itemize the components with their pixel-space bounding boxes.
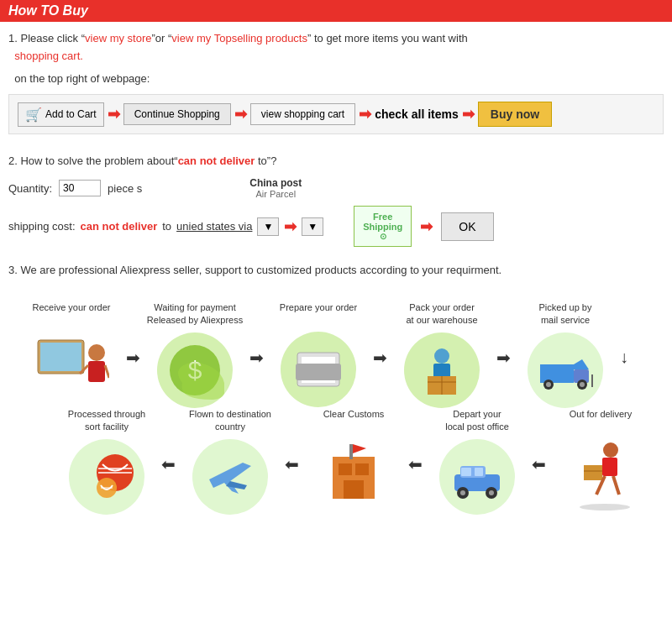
process-row2: Out for delivery ⬅ Depart bbox=[17, 408, 655, 515]
process-depart: Depart yourlocal post office bbox=[423, 408, 532, 515]
quantity-input[interactable] bbox=[59, 180, 101, 196]
piece-label: piece s bbox=[108, 182, 142, 195]
free-label: Free bbox=[363, 212, 402, 222]
svg-point-26 bbox=[603, 442, 618, 458]
svg-point-38 bbox=[489, 490, 494, 495]
shipping-label: shipping cost: bbox=[8, 220, 76, 233]
customs-icon bbox=[316, 438, 391, 514]
arrow-r2-4: ⬅ bbox=[161, 454, 176, 474]
arrow-r2-1: ⬅ bbox=[532, 454, 546, 474]
arrow-r2-3: ⬅ bbox=[285, 454, 299, 474]
process-pack: Pack your orderat our warehouse bbox=[387, 301, 496, 408]
step3-text: 3. We are professional Aliexpress seller… bbox=[8, 262, 664, 280]
process-payment: Waiting for paymentReleased by Aliexpres… bbox=[140, 301, 249, 408]
shopping-cart-link[interactable]: shopping cart. bbox=[14, 50, 83, 62]
continue-shopping-item: Continue Shopping bbox=[123, 103, 231, 125]
sort-label: Processed throughsort facility bbox=[68, 408, 145, 434]
pickup-icon bbox=[528, 332, 603, 408]
svg-marker-46 bbox=[353, 444, 366, 453]
add-to-cart-button[interactable]: 🛒 Add to Cart bbox=[18, 102, 104, 127]
arrow2: ➡ bbox=[234, 105, 247, 123]
svg-rect-42 bbox=[339, 463, 352, 475]
continue-shopping-button[interactable]: Continue Shopping bbox=[123, 103, 231, 125]
svg-line-31 bbox=[613, 476, 619, 495]
check-items-item: check all items bbox=[375, 107, 459, 121]
arrow-r1-3: ➡ bbox=[373, 348, 387, 368]
step3-section: 3. We are professional Aliexpress seller… bbox=[0, 259, 672, 293]
step2-title: 2. How to solve the problem about“can no… bbox=[8, 153, 664, 170]
arrow1: ➡ bbox=[108, 105, 120, 123]
process-row1: Receive your order ➡ Waiting for payment… bbox=[17, 301, 655, 408]
prepare-icon bbox=[281, 332, 356, 407]
arrow-r1-4: ➡ bbox=[496, 348, 511, 368]
pickup-label: Picked up bymail service bbox=[539, 301, 592, 327]
depart-icon bbox=[439, 439, 515, 515]
view-cart-item: view shopping cart bbox=[250, 103, 355, 125]
svg-rect-11 bbox=[296, 364, 341, 380]
shipping-label2: Shipping bbox=[363, 222, 402, 232]
can-not-deliver-text: can not deliver bbox=[178, 154, 255, 167]
svg-rect-1 bbox=[40, 343, 81, 371]
sort-icon bbox=[69, 439, 144, 515]
view-store-link[interactable]: view my store bbox=[85, 32, 151, 44]
header-title: How TO Buy bbox=[8, 3, 88, 18]
svg-point-37 bbox=[460, 490, 465, 495]
step1-section: 1. Please click “view my store”or “view … bbox=[0, 30, 672, 149]
svg-point-2 bbox=[88, 344, 105, 361]
flow-bar: 🛒 Add to Cart ➡ Continue Shopping ➡ view… bbox=[8, 94, 664, 134]
svg-rect-45 bbox=[349, 444, 353, 459]
check-items-button[interactable]: check all items bbox=[375, 107, 459, 121]
process-flown: Flown to destinationcountry bbox=[176, 408, 285, 515]
process-customs: Clear Customs bbox=[299, 408, 408, 514]
buy-now-button[interactable]: Buy now bbox=[478, 102, 552, 127]
pack-label: Pack your orderat our warehouse bbox=[407, 301, 478, 327]
quantity-row: Quantity: piece s China post Air Parcel bbox=[8, 177, 664, 199]
svg-line-5 bbox=[105, 365, 109, 378]
svg-point-13 bbox=[434, 348, 449, 364]
svg-rect-12 bbox=[302, 380, 335, 383]
step1-text: 1. Please click “view my store”or “view … bbox=[8, 30, 664, 65]
svg-point-23 bbox=[546, 382, 551, 387]
customs-label: Clear Customs bbox=[323, 408, 385, 433]
process-prepare: Prepare your order bbox=[264, 301, 373, 407]
dropdown-second[interactable]: ▼ bbox=[302, 217, 323, 236]
quantity-label: Quantity: bbox=[8, 182, 52, 195]
svg-rect-18 bbox=[540, 364, 574, 383]
svg-point-24 bbox=[580, 382, 585, 387]
arrow-shipping: ➡ bbox=[284, 217, 297, 236]
shipping-right: Free Shipping ⊙ ➡ OK bbox=[354, 206, 493, 247]
china-post-sub: Air Parcel bbox=[249, 189, 302, 199]
svg-rect-3 bbox=[88, 361, 105, 382]
svg-rect-28 bbox=[584, 465, 602, 480]
cart-icon: 🛒 bbox=[25, 107, 42, 123]
view-cart-button[interactable]: view shopping cart bbox=[250, 103, 355, 125]
pack-icon bbox=[404, 332, 480, 408]
via-link[interactable]: unied states via bbox=[176, 220, 252, 233]
to-text: to bbox=[162, 220, 171, 233]
svg-rect-44 bbox=[344, 480, 364, 499]
step2-section: 2. How to solve the problem about“can no… bbox=[0, 149, 672, 259]
flown-label: Flown to destinationcountry bbox=[189, 408, 271, 434]
china-post-box: China post Air Parcel bbox=[249, 177, 302, 199]
arrow-r1-1: ➡ bbox=[126, 348, 140, 368]
radio-indicator: ⊙ bbox=[363, 232, 402, 241]
arrow-r2-2: ⬅ bbox=[408, 454, 423, 474]
arrow-down-right: ↓ bbox=[620, 348, 628, 367]
svg-rect-43 bbox=[355, 463, 369, 475]
shipping-row: shipping cost: can not deliver to unied … bbox=[8, 206, 664, 247]
free-shipping-option[interactable]: Free Shipping ⊙ bbox=[354, 206, 412, 247]
dropdown-via[interactable]: ▼ bbox=[257, 217, 279, 236]
view-topselling-link[interactable]: view my Topselling products bbox=[171, 32, 307, 44]
payment-label: Waiting for paymentReleased by Aliexpres… bbox=[147, 301, 243, 327]
svg-marker-20 bbox=[574, 359, 589, 369]
process-out-delivery: Out for delivery bbox=[546, 408, 655, 514]
svg-point-32 bbox=[580, 504, 630, 510]
out-delivery-label: Out for delivery bbox=[570, 408, 633, 433]
arrow4: ➡ bbox=[462, 105, 475, 123]
arrow3: ➡ bbox=[359, 105, 371, 123]
arrow-r1-2: ➡ bbox=[249, 348, 264, 368]
process-receive: Receive your order bbox=[17, 301, 126, 399]
process-section: Receive your order ➡ Waiting for payment… bbox=[0, 293, 672, 523]
prepare-label: Prepare your order bbox=[280, 301, 357, 327]
ok-button[interactable]: OK bbox=[441, 212, 493, 241]
